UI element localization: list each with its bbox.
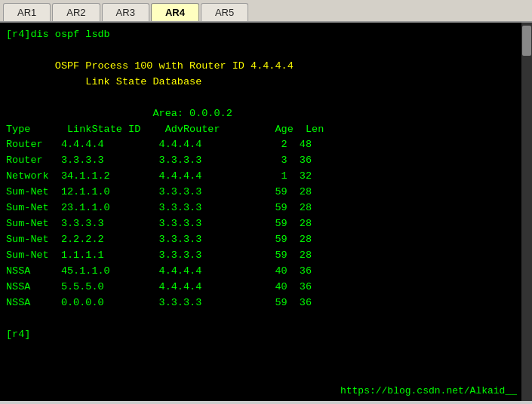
terminal-prompt: [r4]	[6, 327, 526, 343]
table-row: NSSA 45.1.1.0 4.4.4.4 40 36	[6, 264, 526, 280]
table-row: Sum-Net 3.3.3.3 3.3.3.3 59 28	[6, 216, 526, 232]
tab-ar1[interactable]: AR1	[3, 3, 51, 21]
table-row: Router 3.3.3.3 3.3.3.3 3 36	[6, 153, 526, 169]
terminal-rows: Router 4.4.4.4 4.4.4.4 2 48Router 3.3.3.…	[6, 137, 526, 311]
tab-ar2[interactable]: AR2	[52, 3, 100, 21]
scrollbar-thumb[interactable]	[522, 26, 531, 56]
terminal-area: Area: 0.0.0.2	[6, 106, 526, 122]
tab-bar: AR1AR2AR3AR4AR5	[0, 0, 532, 23]
terminal-header2: Link State Database	[6, 75, 526, 90]
table-row: Sum-Net 2.2.2.2 3.3.3.3 59 28	[6, 232, 526, 248]
table-row: Sum-Net 23.1.1.0 3.3.3.3 59 28	[6, 200, 526, 216]
terminal-col-headers: Type LinkState ID AdvRouter Age Len	[6, 122, 526, 138]
terminal-blank1	[6, 43, 526, 59]
terminal-blank3	[6, 311, 526, 327]
terminal-command: [r4]dis ospf lsdb	[6, 27, 526, 43]
footer-url: https://blog.csdn.net/Alkaid__	[340, 385, 517, 396]
tab-ar4[interactable]: AR4	[151, 3, 199, 21]
terminal-blank2	[6, 90, 526, 106]
table-row: Sum-Net 12.1.1.0 3.3.3.3 59 28	[6, 185, 526, 200]
table-row: Router 4.4.4.4 4.4.4.4 2 48	[6, 137, 526, 153]
terminal-header1: OSPF Process 100 with Router ID 4.4.4.4	[6, 59, 526, 75]
table-row: Network 34.1.1.2 4.4.4.4 1 32	[6, 169, 526, 185]
tab-ar3[interactable]: AR3	[102, 3, 149, 21]
terminal: [r4]dis ospf lsdb OSPF Process 100 with …	[0, 23, 532, 401]
table-row: NSSA 5.5.5.0 4.4.4.4 40 36	[6, 280, 526, 295]
scrollbar[interactable]	[521, 23, 532, 401]
tab-ar5[interactable]: AR5	[201, 3, 248, 21]
table-row: Sum-Net 1.1.1.1 3.3.3.3 59 28	[6, 248, 526, 264]
table-row: NSSA 0.0.0.0 3.3.3.3 59 36	[6, 295, 526, 311]
